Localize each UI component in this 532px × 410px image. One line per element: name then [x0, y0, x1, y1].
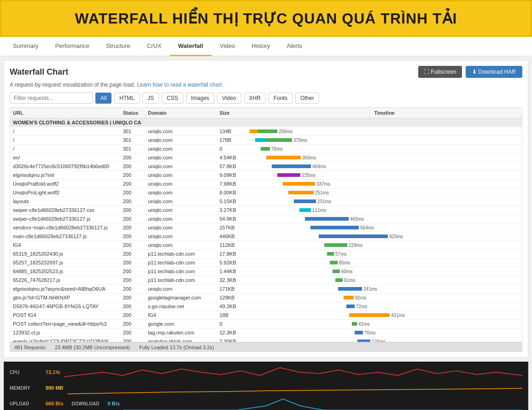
col-timeline: Timeline	[247, 108, 522, 118]
tab-history[interactable]: History	[243, 37, 278, 56]
cpu-row: CPU 73.1%	[10, 365, 522, 379]
status-cell: 200	[120, 267, 145, 276]
waterfall-table-wrapper[interactable]: URL Status Domain Size Timeline WOMEN'S …	[10, 107, 522, 342]
size-cell: 0	[216, 320, 247, 328]
table-row[interactable]: UniqloPraBold.woff2 200 uniqlo.com 7.98K…	[10, 180, 522, 188]
filter-other[interactable]: Other	[295, 93, 319, 104]
table-row[interactable]: gtm.js?id=GTM-NHKNXP 200 googletagmanage…	[10, 293, 522, 302]
size-cell: 446KB	[216, 232, 247, 241]
table-row[interactable]: d3026c4e7725ec6c51060792f9b14b6ed00 200 …	[10, 162, 522, 171]
status-cell: 200	[120, 311, 145, 320]
timeline-cell: 229ms	[247, 241, 522, 250]
url-cell: main-c8e1d66028eb27336127.js	[10, 232, 120, 241]
learn-link[interactable]: Learn how to read a waterfall chart.	[137, 82, 223, 88]
table-row[interactable]: 123932.ct.js 200 tag.rmp.rakuten.com 12.…	[10, 328, 522, 337]
filter-video[interactable]: Video	[217, 93, 241, 104]
table-row[interactable]: / 301 uniqlo.com 0 78ms	[10, 145, 522, 153]
timeline-cell: 370ms	[247, 136, 522, 145]
col-url: URL	[10, 108, 120, 118]
table-row[interactable]: swiper-c8e1d66028eb27336127.js 200 uniql…	[10, 215, 522, 223]
table-row[interactable]: 65226_747628217.js 200 p11.techlab-cdn.c…	[10, 276, 522, 285]
url-cell: /	[10, 145, 120, 153]
timeline-cell: 337ms	[247, 180, 522, 188]
size-cell: 134B	[216, 127, 247, 136]
tab-structure[interactable]: Structure	[98, 37, 139, 56]
table-row[interactable]: 65257_1825232097.js 200 p11.techlab-cdn.…	[10, 258, 522, 267]
status-cell: 200	[120, 250, 145, 258]
filter-all[interactable]: All	[95, 93, 111, 104]
tab-waterfall[interactable]: Waterfall	[170, 37, 211, 56]
filter-input[interactable]	[10, 93, 93, 104]
table-row[interactable]: / 301 uniqlo.com 134B 256ms	[10, 127, 522, 136]
domain-cell: uniqlo.com	[145, 241, 216, 250]
table-row[interactable]: POST collect?en=page_view&dl=https%3 200…	[10, 320, 522, 328]
size-cell: 5.15KB	[216, 197, 247, 206]
domain-cell: p11.techlab-cdn.com	[145, 250, 216, 258]
url-cell: 123932.ct.js	[10, 328, 120, 337]
table-row[interactable]: / 301 uniqlo.com 178B 370ms	[10, 136, 522, 145]
status-cell: 200	[120, 320, 145, 328]
table-row[interactable]: D5878-46G47-46PGB-8YNG5-LQTAY 200 s.go-m…	[10, 302, 522, 311]
status-cell: 301	[120, 136, 145, 145]
domain-cell: p11.techlab-cdn.com	[145, 258, 216, 267]
table-row[interactable]: en/ 200 uniqlo.com 4.54KB 350ms	[10, 153, 522, 162]
table-row[interactable]: POST fG4 200 fG4 18B 431ms	[10, 311, 522, 320]
timeline-cell: 65ms	[247, 258, 522, 267]
status-bar: 481 Requests 23.4MB (30.2MB Uncompressed…	[10, 342, 522, 352]
table-row[interactable]: elgnisolqinu.js?init 200 uniqlo.com 9.09…	[10, 171, 522, 180]
domain-cell: uniqlo.com	[145, 223, 216, 232]
tab-bar: Summary Performance Structure CrUX Water…	[0, 37, 532, 56]
status-cell: 200	[120, 328, 145, 337]
load-time: Fully Loaded 13.7s (Onload 3.2s)	[139, 345, 214, 350]
waterfall-action-buttons: ⛶ Fullscreen ⬇ Download HAR	[418, 66, 522, 78]
url-cell: d3026c4e7725ec6c51060792f9b14b6ed00	[10, 162, 120, 171]
tab-summary[interactable]: Summary	[5, 37, 47, 56]
table-row[interactable]: elgnisolqinu.js?async&seed=AlBhqO6UA 200…	[10, 285, 522, 293]
memory-row: MEMORY 890 MB	[10, 381, 522, 395]
tab-performance[interactable]: Performance	[47, 37, 98, 56]
status-cell: 200	[120, 302, 145, 311]
size-cell: 12.3KB	[216, 328, 247, 337]
domain-cell: uniqlo.com	[145, 136, 216, 145]
status-cell: 200	[120, 293, 145, 302]
filter-js[interactable]: JS	[142, 93, 159, 104]
table-row[interactable]: fG4 200 uniqlo.com 112KB 229ms	[10, 241, 522, 250]
table-row[interactable]: 64885_1825202523.js 200 p11.techlab-cdn.…	[10, 267, 522, 276]
table-row[interactable]: events.js?sdkid=COUDRT3C77U1Q2BAIII 200 …	[10, 337, 522, 343]
status-cell: 301	[120, 127, 145, 136]
status-cell: 200	[120, 171, 145, 180]
waterfall-title: Waterfall Chart	[10, 67, 68, 77]
tab-crux[interactable]: CrUX	[139, 37, 170, 56]
size-cell: 49.2KB	[216, 302, 247, 311]
filter-images[interactable]: Images	[186, 93, 214, 104]
filter-css[interactable]: CSS	[162, 93, 183, 104]
tab-alerts[interactable]: Alerts	[278, 37, 310, 56]
filter-xhr[interactable]: XHR	[244, 93, 266, 104]
size-cell: 2.30KB	[216, 337, 247, 343]
tab-video[interactable]: Video	[211, 37, 243, 56]
status-cell: 200	[120, 285, 145, 293]
col-status: Status	[120, 108, 145, 118]
table-row[interactable]: vendors~main-c8e1d66028eb27336127.js 200…	[10, 223, 522, 232]
table-row[interactable]: layouts 200 uniqlo.com 5.15KB 231ms	[10, 197, 522, 206]
table-row[interactable]: main-c8e1d66028eb27336127.js 200 uniqlo.…	[10, 232, 522, 241]
fullscreen-button[interactable]: ⛶ Fullscreen	[418, 66, 462, 78]
table-row[interactable]: UniqloProLight.woff2 200 uniqlo.com 8.00…	[10, 188, 522, 197]
status-cell: 200	[120, 337, 145, 343]
filter-fonts[interactable]: Fonts	[269, 93, 292, 104]
waterfall-panel: Waterfall Chart ⛶ Fullscreen ⬇ Download …	[4, 60, 528, 358]
size-cell: 9.09KB	[216, 171, 247, 180]
filter-html[interactable]: HTML	[114, 93, 140, 104]
table-row[interactable]: swiper-c8e1d66028eb27336127.css 200 uniq…	[10, 206, 522, 215]
download-har-button[interactable]: ⬇ Download HAR	[466, 66, 522, 78]
table-row[interactable]: 65319_1825202430.js 200 p11.techlab-cdn.…	[10, 250, 522, 258]
banner: WATERFALL HIỂN THỊ TRỰC QUAN QUÁ TRÌNH T…	[0, 0, 532, 37]
memory-value: 890 MB	[46, 385, 64, 391]
size-cell: 18B	[216, 311, 247, 320]
timeline-cell: 350ms	[247, 153, 522, 162]
url-cell: 65226_747628217.js	[10, 276, 120, 285]
url-cell: 65257_1825232097.js	[10, 258, 120, 267]
size-cell: 54.8KB	[216, 215, 247, 223]
url-cell: elgnisolqinu.js?async&seed=AlBhqO6UA	[10, 285, 120, 293]
status-cell: 200	[120, 223, 145, 232]
